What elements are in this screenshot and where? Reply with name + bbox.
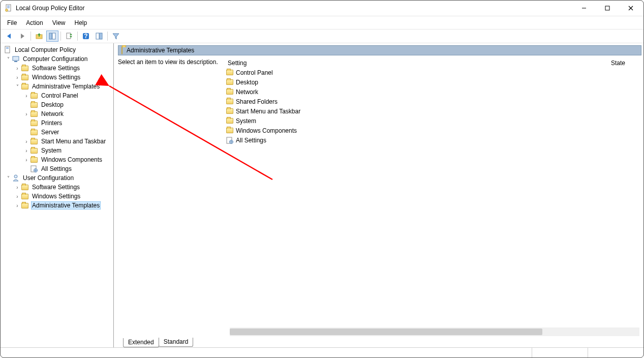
menu-help[interactable]: Help <box>70 17 92 28</box>
svg-rect-15 <box>96 33 99 39</box>
folder-icon <box>21 73 29 81</box>
view-tabs: Extended Standard <box>118 337 641 347</box>
status-segment <box>532 348 588 357</box>
console-tree[interactable]: Local Computer Policy ˅ Computer Configu… <box>1 43 114 347</box>
chevron-right-icon[interactable]: › <box>23 110 30 117</box>
tree-label: Windows Components <box>40 156 103 163</box>
window-title: Local Group Policy Editor <box>16 5 572 12</box>
tree-windows-components[interactable]: ›Windows Components <box>1 155 113 164</box>
tree-label: All Settings <box>40 165 73 172</box>
tree-comp-software-settings[interactable]: › Software Settings <box>1 64 113 73</box>
tree-label: Software Settings <box>31 184 81 191</box>
svg-rect-12 <box>67 33 71 39</box>
titlebar: Local Group Policy Editor <box>1 1 643 16</box>
tree-label: Server <box>40 129 60 136</box>
column-state[interactable]: State <box>611 59 641 67</box>
help-button[interactable]: ? <box>80 31 92 42</box>
show-hide-action-pane-button[interactable] <box>93 31 105 42</box>
tab-standard[interactable]: Standard <box>159 338 194 347</box>
tree-comp-windows-settings[interactable]: › Windows Settings <box>1 73 113 82</box>
menu-action[interactable]: Action <box>21 17 47 28</box>
chevron-right-icon[interactable]: › <box>23 156 30 163</box>
chevron-down-icon[interactable]: ˅ <box>5 174 12 182</box>
chevron-right-icon[interactable]: › <box>14 74 21 81</box>
chevron-right-icon[interactable]: › <box>14 193 21 200</box>
svg-rect-1 <box>7 6 10 6</box>
menu-file[interactable]: File <box>3 17 21 28</box>
tree-start-menu[interactable]: ›Start Menu and Taskbar <box>1 137 113 146</box>
list-item[interactable]: Start Menu and Taskbar <box>226 106 641 116</box>
horizontal-scrollbar[interactable] <box>230 327 639 336</box>
tree-user-configuration[interactable]: ˅ User Configuration <box>1 173 113 183</box>
breadcrumb: Administrative Templates <box>118 45 641 55</box>
tree-label: Administrative Templates <box>31 83 101 90</box>
folder-icon <box>226 127 234 135</box>
folder-icon <box>226 107 234 115</box>
tree-all-settings[interactable]: All Settings <box>1 164 113 173</box>
maximize-button[interactable] <box>596 1 619 16</box>
policy-icon <box>4 46 12 54</box>
tree-user-software-settings[interactable]: ›Software Settings <box>1 183 113 192</box>
tree-user-admin-templates[interactable]: ›Administrative Templates <box>1 201 113 210</box>
folder-icon <box>21 82 29 91</box>
chevron-down-icon[interactable]: ˅ <box>14 83 21 90</box>
list-item[interactable]: Network <box>226 87 641 97</box>
svg-rect-21 <box>14 61 17 62</box>
main-split: Local Computer Policy ˅ Computer Configu… <box>1 43 643 347</box>
tree-control-panel[interactable]: ›Control Panel <box>1 91 113 100</box>
tree-server[interactable]: Server <box>1 128 113 137</box>
svg-rect-17 <box>5 46 10 53</box>
tree-label: Network <box>40 110 65 117</box>
list-header[interactable]: Setting State <box>226 58 641 68</box>
column-setting[interactable]: Setting <box>226 59 611 67</box>
list-item[interactable]: System <box>226 116 641 126</box>
chevron-right-icon[interactable]: › <box>14 65 21 72</box>
chevron-right-icon[interactable]: › <box>23 147 30 154</box>
show-hide-console-tree-button[interactable] <box>46 31 58 42</box>
minimize-button[interactable] <box>572 1 596 16</box>
svg-rect-20 <box>13 56 19 61</box>
folder-icon <box>30 128 38 136</box>
tree-root[interactable]: Local Computer Policy <box>1 45 113 54</box>
filter-button[interactable] <box>110 31 122 42</box>
toolbar-separator <box>107 32 108 41</box>
list-item[interactable]: Desktop <box>226 77 641 87</box>
tree-printers[interactable]: Printers <box>1 118 113 128</box>
chevron-right-icon[interactable]: › <box>23 92 30 99</box>
forward-button[interactable] <box>16 31 28 42</box>
tree-system[interactable]: ›System <box>1 146 113 155</box>
close-button[interactable] <box>619 1 642 16</box>
tree-comp-admin-templates[interactable]: ˅ Administrative Templates <box>1 82 113 91</box>
svg-rect-3 <box>7 8 10 8</box>
tree-user-windows-settings[interactable]: ›Windows Settings <box>1 192 113 201</box>
export-list-button[interactable] <box>63 31 75 42</box>
folder-icon <box>30 146 38 155</box>
list-item[interactable]: Control Panel <box>226 68 641 77</box>
tree-network[interactable]: ›Network <box>1 109 113 118</box>
svg-rect-2 <box>7 7 10 7</box>
tree-label: Windows Settings <box>31 193 81 200</box>
chevron-right-icon[interactable]: › <box>23 138 30 145</box>
list-item[interactable]: Shared Folders <box>226 97 641 106</box>
detail-pane: Administrative Templates Select an item … <box>114 43 643 347</box>
chevron-right-icon[interactable]: › <box>14 202 21 209</box>
chevron-right-icon[interactable]: › <box>14 184 21 191</box>
app-window: Local Group Policy Editor File Action Vi… <box>0 0 644 358</box>
status-segment <box>1 348 532 357</box>
list-item[interactable]: All Settings <box>226 135 641 145</box>
tree-label: Software Settings <box>31 65 81 72</box>
tree-computer-configuration[interactable]: ˅ Computer Configuration <box>1 54 113 64</box>
folder-icon <box>21 201 29 210</box>
tab-extended[interactable]: Extended <box>123 338 159 347</box>
menu-view[interactable]: View <box>48 17 70 28</box>
tree-desktop[interactable]: Desktop <box>1 100 113 109</box>
svg-rect-19 <box>6 48 9 49</box>
list-item[interactable]: Windows Components <box>226 126 641 135</box>
folder-icon <box>21 183 29 191</box>
folder-icon <box>226 98 234 106</box>
up-one-level-button[interactable] <box>33 31 45 42</box>
folder-icon <box>21 64 29 72</box>
back-button[interactable] <box>3 31 15 42</box>
chevron-down-icon[interactable]: ˅ <box>5 55 12 63</box>
scrollbar-thumb[interactable] <box>230 329 542 335</box>
